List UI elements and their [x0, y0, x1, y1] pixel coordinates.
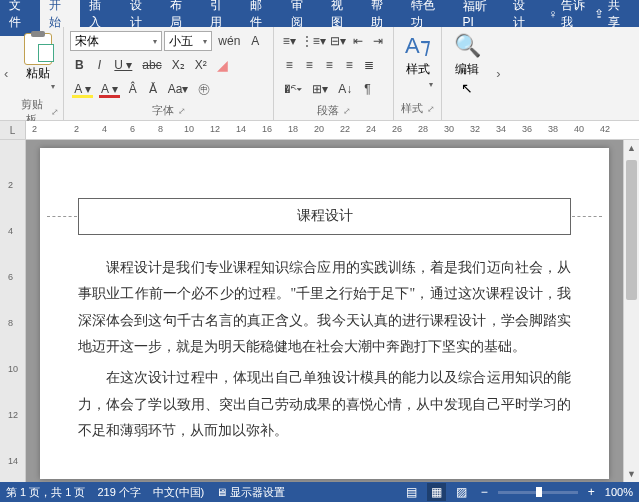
ruler-scale[interactable]: 2 2 4 6 8 10 12 14 16 18 20 22 24 26 28 … [26, 121, 639, 139]
scroll-down-arrow[interactable]: ▼ [624, 466, 639, 482]
subscript-button[interactable]: X₂ [168, 55, 189, 75]
zoom-level[interactable]: 100% [605, 486, 633, 498]
align-right-button[interactable]: ≡ [320, 55, 338, 75]
bold-button[interactable]: B [70, 55, 88, 75]
vruler-tick: 10 [8, 364, 18, 374]
ruler-tick: 14 [236, 124, 246, 134]
editing-button[interactable]: 🔍 编辑 ↖ [446, 29, 488, 100]
zoom-slider-thumb[interactable] [536, 487, 542, 497]
justify-button[interactable]: ≡ [340, 55, 358, 75]
numbering-button[interactable]: ⋮≡▾ [300, 31, 326, 51]
paragraph-1[interactable]: 课程设计是我们专业课程知识综合应用的实践训练，着是我们迈向社会，从事职业工作前一… [78, 255, 571, 361]
vruler-tick: 8 [8, 318, 13, 328]
share-label: 共享 [608, 0, 629, 31]
view-web-layout[interactable]: ▨ [452, 483, 471, 501]
group-font: 宋体 ▾ 小五 ▾ wén A B I U ▾ abc X₂ X² ◢ A ▾ … [64, 27, 274, 120]
ruler-tick: 2 [32, 124, 37, 134]
ruler-tick: 12 [210, 124, 220, 134]
ruler-tick: 38 [548, 124, 558, 134]
display-settings-label: 显示器设置 [230, 485, 285, 500]
tell-me-label: 告诉我 [561, 0, 593, 31]
styles-icon: A⁊ [405, 33, 431, 59]
borders-button[interactable]: ⊞▾ [308, 79, 332, 99]
char-border-button[interactable]: A [246, 31, 264, 51]
view-print-layout[interactable]: ▦ [427, 483, 446, 501]
share-button[interactable]: ⇪ 共享 [594, 0, 629, 31]
zoom-out-button[interactable]: − [477, 483, 492, 501]
sort-button[interactable]: A↓ [334, 79, 356, 99]
status-language[interactable]: 中文(中国) [153, 485, 204, 500]
group-paragraph: ≡▾ ⋮≡▾ ⊟▾ ⇤ ⇥ ≡ ≡ ≡ ≡ ≣ �ང▾ ⊞▾ A↓ ¶ 段落 ⤢ [274, 27, 394, 120]
ruler-tick: 10 [184, 124, 194, 134]
paste-icon [24, 33, 52, 65]
styles-button[interactable]: A⁊ 样式 ▾ [398, 29, 437, 93]
ruler-horizontal: L 2 2 4 6 8 10 12 14 16 18 20 22 24 26 2… [0, 121, 639, 140]
change-case-button[interactable]: Aa▾ [164, 79, 193, 99]
zoom-in-button[interactable]: + [584, 483, 599, 501]
page-viewport[interactable]: 课程设计 课程设计是我们专业课程知识综合应用的实践训练，着是我们迈向社会，从事职… [26, 140, 623, 482]
multilevel-button[interactable]: ⊟▾ [328, 31, 347, 51]
italic-button[interactable]: I [90, 55, 108, 75]
ribbon-scroll-left[interactable]: ‹ [0, 27, 12, 120]
outdent-button[interactable]: ⇤ [349, 31, 367, 51]
document-title[interactable]: 课程设计 [78, 198, 571, 235]
ruler-tick: 36 [522, 124, 532, 134]
highlight-button[interactable]: A ▾ [70, 79, 95, 99]
vruler-tick: 14 [8, 456, 18, 466]
ruler-vertical[interactable]: 2 4 6 8 10 12 14 [0, 140, 26, 482]
enclose-char-button[interactable]: ㊥ [194, 79, 214, 99]
font-size-combo[interactable]: 小五 ▾ [164, 31, 212, 51]
superscript-button[interactable]: X² [191, 55, 211, 75]
bullets-button[interactable]: ≡▾ [280, 31, 298, 51]
scroll-up-arrow[interactable]: ▲ [624, 140, 639, 156]
scroll-thumb[interactable] [626, 160, 637, 300]
indent-button[interactable]: ⇥ [369, 31, 387, 51]
ruler-tick: 40 [574, 124, 584, 134]
vruler-tick: 4 [8, 226, 13, 236]
vruler-tick: 12 [8, 410, 18, 420]
phonetic-guide-button[interactable]: wén [214, 31, 244, 51]
chevron-down-icon: ▾ [153, 37, 157, 46]
status-word-count[interactable]: 219 个字 [97, 485, 140, 500]
status-page[interactable]: 第 1 页，共 1 页 [6, 485, 85, 500]
paragraph-group-label: 段落 [317, 103, 339, 118]
grow-font-button[interactable]: Â [124, 79, 142, 99]
ruler-tick: 2 [74, 124, 79, 134]
status-display-settings[interactable]: 🖥 显示器设置 [216, 485, 285, 500]
find-icon: 🔍 [454, 33, 481, 59]
paragraph-2[interactable]: 在这次设计过程中，体现出自己单独设计模具的能力以及综合运用知识的能力，体会了学以… [78, 365, 571, 445]
zoom-slider[interactable] [498, 491, 578, 494]
align-left-button[interactable]: ≡ [280, 55, 298, 75]
paste-button[interactable]: 粘贴 ▾ [16, 29, 59, 95]
menu-tabs: 文件 开始 插入 设计 布局 引用 邮件 审阅 视图 帮助 特色功 福昕PI 设… [0, 0, 639, 27]
clear-format-button[interactable]: ◢ [213, 55, 232, 75]
shading-button[interactable]: �ང▾ [280, 79, 306, 99]
distribute-button[interactable]: ≣ [360, 55, 378, 75]
ruler-tick: 34 [496, 124, 506, 134]
shrink-font-button[interactable]: Ǎ [144, 79, 162, 99]
tab-design2[interactable]: 设计 [504, 0, 544, 36]
show-marks-button[interactable]: ¶ [358, 79, 376, 99]
font-family-combo[interactable]: 宋体 ▾ [70, 31, 162, 51]
align-center-button[interactable]: ≡ [300, 55, 318, 75]
ruler-tick: 18 [288, 124, 298, 134]
ruler-tick: 6 [130, 124, 135, 134]
view-read-mode[interactable]: ▤ [402, 483, 421, 501]
strike-button[interactable]: abc [138, 55, 165, 75]
clipboard-expand-icon[interactable]: ⤢ [51, 107, 59, 117]
paragraph-expand-icon[interactable]: ⤢ [343, 106, 351, 116]
styles-label: 样式 [406, 61, 430, 78]
font-color-button[interactable]: A ▾ [97, 79, 122, 99]
styles-expand-icon[interactable]: ⤢ [427, 104, 435, 114]
font-size-value: 小五 [169, 33, 193, 50]
underline-button[interactable]: U ▾ [110, 55, 136, 75]
paste-label: 粘贴 [26, 65, 50, 82]
font-expand-icon[interactable]: ⤢ [178, 106, 186, 116]
font-family-value: 宋体 [75, 33, 99, 50]
ruler-tick: 28 [418, 124, 428, 134]
ribbon-scroll-right[interactable]: › [492, 27, 504, 120]
vertical-scrollbar[interactable]: ▲ ▼ [623, 140, 639, 482]
ruler-tick: 22 [340, 124, 350, 134]
tell-me[interactable]: ♀ 告诉我 [548, 0, 593, 31]
document-page[interactable]: 课程设计 课程设计是我们专业课程知识综合应用的实践训练，着是我们迈向社会，从事职… [40, 148, 609, 479]
